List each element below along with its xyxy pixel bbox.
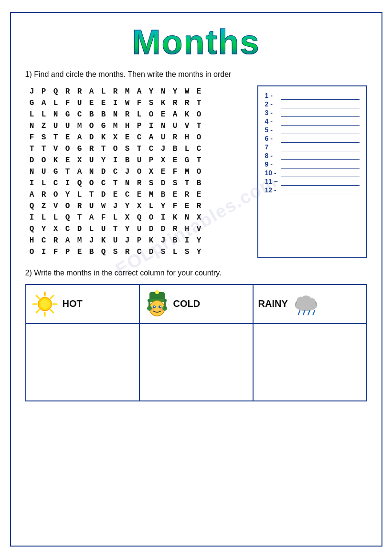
wordsearch-row: HCRAMJKUJPKJBIY	[27, 235, 204, 246]
wordsearch-cell: T	[134, 144, 145, 154]
wordsearch-cell: E	[170, 155, 180, 166]
answer-line: 10 -	[265, 168, 360, 177]
wordsearch-cell: R	[110, 86, 121, 97]
wordsearch-cell: N	[158, 121, 169, 131]
answer-input-line[interactable]	[281, 91, 360, 100]
wordsearch-cell: O	[146, 212, 157, 223]
wordsearch-row: JPQRRALRMAYNYWE	[27, 86, 204, 97]
cold-icon	[145, 290, 170, 318]
answer-input-line[interactable]	[281, 108, 360, 117]
wordsearch-cell: P	[134, 121, 145, 131]
wordsearch-cell: B	[86, 109, 97, 120]
cold-body	[140, 324, 253, 400]
wordsearch-cell: Y	[146, 86, 157, 97]
wordsearch-cell: W	[182, 86, 192, 97]
svg-line-6	[51, 310, 53, 313]
answer-input-line[interactable]	[281, 186, 360, 194]
wordsearch-cell: L	[51, 212, 61, 223]
answer-input-line[interactable]	[281, 134, 360, 143]
wordsearch-cell: R	[122, 247, 133, 257]
wordsearch-cell: L	[146, 201, 157, 211]
wordsearch-cell: Y	[158, 201, 169, 211]
svg-line-35	[313, 310, 314, 315]
wordsearch-cell: B	[170, 144, 180, 154]
answer-input-line[interactable]	[281, 151, 360, 160]
wordsearch-cell: C	[122, 190, 133, 200]
answer-line: 3 -	[265, 108, 360, 117]
wordsearch-cell: L	[51, 98, 61, 108]
wordsearch-cell: U	[86, 155, 97, 166]
wordsearch-cell: Q	[74, 178, 85, 189]
svg-line-8	[36, 310, 39, 313]
wordsearch-cell: S	[122, 144, 133, 154]
wordsearch-cell: M	[110, 121, 121, 131]
answer-input-line[interactable]	[281, 143, 360, 151]
wordsearch-cell: C	[63, 224, 73, 234]
wordsearch-cell: F	[63, 98, 73, 108]
svg-rect-23	[148, 299, 150, 308]
wordsearch-cell: U	[170, 121, 180, 131]
wordsearch-cell: R	[182, 190, 192, 200]
wordsearch-cell: B	[98, 109, 109, 120]
answer-number: 1 -	[265, 92, 278, 99]
wordsearch-cell: Y	[39, 224, 49, 234]
wordsearch-table: JPQRRALRMAYNYWEGALFUEEIWFSKRRTLLNGCBBNRL…	[25, 85, 206, 258]
wordsearch-cell: T	[51, 132, 61, 143]
answer-input-line[interactable]	[281, 160, 360, 168]
wordsearch-cell: X	[158, 155, 169, 166]
wordsearch-cell: E	[158, 109, 169, 120]
wordsearch-cell: K	[158, 98, 169, 108]
wordsearch-cell: Y	[194, 247, 204, 257]
wordsearch-cell: R	[170, 132, 180, 143]
wordsearch-cell: B	[122, 155, 133, 166]
wordsearch-row: QYXCDLUTYUDDRHV	[27, 224, 204, 234]
rainy-body-cell	[253, 324, 367, 401]
wordsearch-cell: T	[182, 178, 192, 189]
answer-input-line[interactable]	[281, 177, 360, 186]
answer-input-line[interactable]	[281, 168, 360, 177]
wordsearch-cell: L	[98, 86, 109, 97]
wordsearch-cell: E	[194, 86, 204, 97]
wordsearch-cell: M	[122, 86, 133, 97]
wordsearch-cell: R	[134, 178, 145, 189]
wordsearch-cell: N	[51, 109, 61, 120]
wordsearch-cell: L	[182, 144, 192, 154]
answer-input-line[interactable]	[281, 126, 360, 134]
wordsearch-cell: H	[122, 121, 133, 131]
wordsearch-cell: R	[194, 201, 204, 211]
wordsearch-cell: O	[134, 167, 145, 177]
answer-number: 8 -	[265, 152, 278, 159]
answer-line: 6 -	[265, 134, 360, 143]
wordsearch-cell: F	[170, 201, 180, 211]
wordsearch-row: NUGTANDCJOXEFMO	[27, 167, 204, 177]
wordsearch-cell: R	[122, 109, 133, 120]
wordsearch-cell: L	[27, 109, 37, 120]
answer-line: 12 -	[265, 186, 360, 194]
wordsearch-cell: U	[110, 235, 121, 246]
wordsearch-cell: V	[51, 144, 61, 154]
wordsearch-cell: Y	[170, 86, 180, 97]
answer-number: 2 -	[265, 100, 278, 108]
wordsearch-row: OIFPEBQSRCDSLSY	[27, 247, 204, 257]
wordsearch-cell: X	[146, 167, 157, 177]
answer-line: 4 -	[265, 117, 360, 126]
wordsearch-row: FSTEADKXECAURHO	[27, 132, 204, 143]
wordsearch-cell: I	[110, 98, 121, 108]
wordsearch: JPQRRALRMAYNYWEGALFUEEIWFSKRRTLLNGCBBNRL…	[25, 85, 249, 258]
wordsearch-cell: B	[158, 190, 169, 200]
wordsearch-cell: L	[39, 109, 49, 120]
cold-body-cell	[139, 324, 253, 401]
wordsearch-cell: I	[110, 155, 121, 166]
wordsearch-row: LLNGCBBNRLOEAKO	[27, 109, 204, 120]
answer-input-line[interactable]	[281, 100, 360, 108]
wordsearch-cell: A	[170, 109, 180, 120]
wordsearch-cell: H	[27, 235, 37, 246]
answer-input-line[interactable]	[281, 117, 360, 126]
wordsearch-cell: T	[98, 144, 109, 154]
wordsearch-cell: A	[134, 86, 145, 97]
wordsearch-cell: E	[158, 167, 169, 177]
wordsearch-cell: O	[51, 190, 61, 200]
svg-point-13	[155, 290, 159, 294]
wordsearch-cell: L	[74, 190, 85, 200]
cold-header-cell: COLD	[139, 284, 253, 324]
